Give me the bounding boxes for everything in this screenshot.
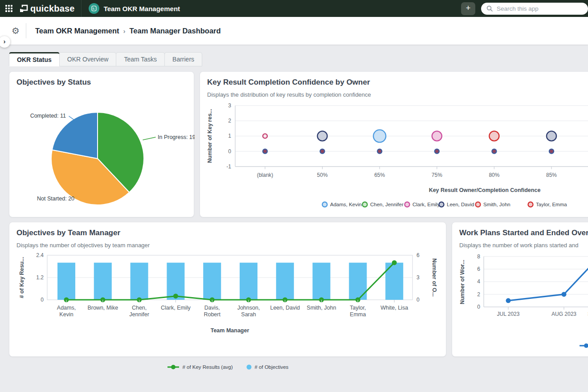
svg-text:0: 0 <box>41 297 44 303</box>
work-plans-line-chart[interactable]: 86420JUL 2023AUG 2023SEP 2023Number of W… <box>452 251 588 357</box>
app-icon <box>89 3 99 14</box>
svg-text:Number of Wor...: Number of Wor... <box>459 260 466 304</box>
search-icon <box>486 5 493 12</box>
svg-text:6: 6 <box>477 266 480 272</box>
top-navbar: quickbase Team OKR Management + <box>0 0 588 17</box>
app-switcher-icon[interactable] <box>5 5 12 12</box>
navbar-divider <box>81 0 82 17</box>
breadcrumb-page-title: Team Manager Dashboard <box>130 27 221 35</box>
svg-text:Adams,: Adams, <box>57 305 76 311</box>
svg-text:Clark, Emily: Clark, Emily <box>161 305 191 311</box>
svg-text:Leen, David: Leen, David <box>447 202 474 207</box>
svg-text:Number of Key res...: Number of Key res... <box>207 109 213 163</box>
tab-okr-status[interactable]: OKR Status <box>9 52 60 66</box>
pie-chart-title: Objectives by Status <box>16 78 91 87</box>
legend-swatch[interactable] <box>439 202 444 207</box>
combo-chart-legend: # of Key Results (avg)# of Objectives <box>9 364 447 370</box>
combo-chart-title: Objectives by Team Manager <box>16 229 120 237</box>
pie-svg: In Progress: 19Not Started: 20Completed:… <box>9 90 195 218</box>
app-search[interactable] <box>481 3 588 15</box>
svg-text:Key Result Owner/Completion Co: Key Result Owner/Completion Confidence <box>429 187 541 193</box>
svg-text:65%: 65% <box>374 172 385 178</box>
svg-text:Davis,: Davis, <box>204 305 220 311</box>
svg-text:In Progress: 19: In Progress: 19 <box>158 134 195 140</box>
quickbase-logo[interactable]: quickbase <box>20 4 75 14</box>
breadcrumb: Team OKR Management › Team Manager Dashb… <box>35 27 221 35</box>
current-app-chip[interactable]: Team OKR Management <box>89 3 180 14</box>
svg-text:-1: -1 <box>226 163 231 170</box>
svg-text:2.4: 2.4 <box>36 252 44 258</box>
breadcrumb-divider <box>26 23 26 38</box>
objectives-by-status-pie-chart[interactable]: In Progress: 19Not Started: 20Completed:… <box>9 90 195 218</box>
svg-text:(blank): (blank) <box>257 172 274 178</box>
quickbase-logo-icon <box>20 4 28 13</box>
objectives-by-status-card: Objectives by Status In Progress: 19Not … <box>9 71 194 217</box>
line-chart-subtitle: Displays the number of work plans starte… <box>459 242 578 249</box>
svg-text:Kevin: Kevin <box>59 311 73 318</box>
combo-svg: 2.41.20630Adams,KevinBrown, MikeChen,Jen… <box>9 251 447 357</box>
svg-text:0: 0 <box>416 297 420 303</box>
kr-confidence-scatter-chart[interactable]: 3210-1(blank)50%65%75%80%85%Number of Ke… <box>200 100 588 218</box>
svg-text:75%: 75% <box>432 172 442 178</box>
svg-text:Chen, Jennifer: Chen, Jennifer <box>370 202 404 207</box>
svg-text:AUG 2023: AUG 2023 <box>551 311 576 317</box>
svg-text:Completed: 11: Completed: 11 <box>30 113 66 119</box>
legend-swatch[interactable] <box>584 343 588 348</box>
kr-confidence-card: Key Result Completion Confidence by Owne… <box>200 71 588 217</box>
svg-text:Johnson,: Johnson, <box>237 305 260 311</box>
tab-barriers[interactable]: Barriers <box>164 52 202 66</box>
tab-okr-overview[interactable]: OKR Overview <box>59 52 117 66</box>
dot-marker-icon <box>246 364 252 370</box>
legend-item-objectives[interactable]: # of Objectives <box>246 364 289 370</box>
line-chart-title: Work Plans Started and Ended Over <box>459 229 588 237</box>
legend-swatch[interactable] <box>405 202 410 207</box>
breadcrumb-app-link[interactable]: Team OKR Management <box>35 27 119 35</box>
search-input[interactable] <box>496 5 573 12</box>
sidebar-expand-button[interactable]: › <box>0 36 10 48</box>
objectives-by-manager-card: Objectives by Team Manager Displays the … <box>9 222 446 357</box>
svg-text:50%: 50% <box>317 172 328 178</box>
quickbase-wordmark: quickbase <box>30 4 75 14</box>
svg-text:Number of O...: Number of O... <box>431 258 437 297</box>
legend-swatch[interactable] <box>528 202 533 207</box>
svg-text:85%: 85% <box>546 172 557 178</box>
legend-swatch[interactable] <box>363 202 368 207</box>
line-marker-icon <box>167 364 179 370</box>
breadcrumb-bar: ⚙ Team OKR Management › Team Manager Das… <box>0 17 588 45</box>
svg-text:Leen, David: Leen, David <box>270 305 300 311</box>
svg-text:0: 0 <box>228 148 231 155</box>
add-button[interactable]: + <box>461 2 475 15</box>
svg-text:# of Key Resu...: # of Key Resu... <box>19 257 25 298</box>
svg-text:80%: 80% <box>489 172 499 178</box>
legend-item-key-results[interactable]: # of Key Results (avg) <box>167 364 233 370</box>
app-name: Team OKR Management <box>104 5 180 12</box>
tab-team-tasks[interactable]: Team Tasks <box>116 52 165 66</box>
svg-text:Clark, Emily: Clark, Emily <box>412 202 440 207</box>
svg-text:Chen,: Chen, <box>132 305 147 311</box>
svg-text:JUL 2023: JUL 2023 <box>497 311 520 317</box>
svg-text:Jennifer: Jennifer <box>129 311 149 318</box>
svg-text:Adams, Kevin: Adams, Kevin <box>330 202 362 207</box>
svg-text:1.2: 1.2 <box>36 274 44 281</box>
svg-text:1: 1 <box>228 133 231 139</box>
svg-text:2: 2 <box>477 291 480 298</box>
work-plans-card: Work Plans Started and Ended Over Displa… <box>452 222 588 357</box>
svg-text:Not Started: 20: Not Started: 20 <box>37 196 74 202</box>
svg-text:8: 8 <box>477 253 480 260</box>
line-svg: 86420JUL 2023AUG 2023SEP 2023Number of W… <box>452 251 588 357</box>
svg-text:3: 3 <box>416 274 420 281</box>
svg-text:Sarah: Sarah <box>241 311 256 318</box>
svg-text:Taylor, Emma: Taylor, Emma <box>536 202 567 207</box>
svg-text:3: 3 <box>228 102 231 109</box>
combo-chart-subtitle: Displays the number of objectives by tea… <box>16 242 150 249</box>
legend-swatch[interactable] <box>323 202 327 207</box>
settings-gear-icon[interactable]: ⚙ <box>12 26 20 35</box>
svg-text:Robert: Robert <box>204 311 220 318</box>
svg-text:0: 0 <box>477 304 480 310</box>
legend-swatch[interactable] <box>476 202 481 207</box>
svg-text:Taylor,: Taylor, <box>350 305 366 311</box>
svg-text:White, Lisa: White, Lisa <box>380 305 408 311</box>
dashboard-tabs: OKR Status OKR Overview Team Tasks Barri… <box>9 52 202 66</box>
svg-text:Smith, John: Smith, John <box>307 305 336 311</box>
objectives-by-manager-combo-chart[interactable]: 2.41.20630Adams,KevinBrown, MikeChen,Jen… <box>9 251 447 357</box>
